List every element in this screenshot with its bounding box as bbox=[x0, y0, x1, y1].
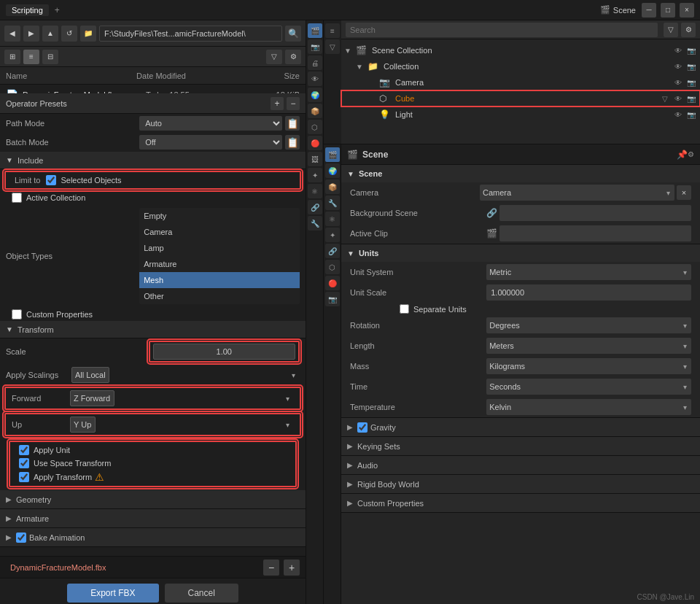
camera-prop-select[interactable]: Camera bbox=[480, 185, 674, 201]
outliner-filter-btn[interactable]: ▽ bbox=[325, 39, 340, 54]
separate-units-label[interactable]: Separate Units bbox=[413, 305, 467, 314]
time-select[interactable]: Seconds bbox=[486, 379, 691, 395]
light-render-btn[interactable]: 📷 bbox=[685, 109, 697, 120]
audio-row[interactable]: ▶ Audio bbox=[341, 456, 700, 475]
up-select[interactable]: Y Up bbox=[70, 417, 96, 433]
props-phys-btn[interactable]: ⚛ bbox=[325, 212, 340, 226]
search-btn[interactable]: 🔍 bbox=[285, 26, 301, 42]
apply-unit-checkbox[interactable] bbox=[19, 445, 29, 455]
camera-render-btn[interactable]: 📷 bbox=[685, 77, 697, 88]
cancel-btn[interactable]: Cancel bbox=[165, 584, 238, 603]
cube-item[interactable]: ▶ ⬡ Cube ▽ 👁 📷 bbox=[341, 90, 700, 107]
strip-phys-btn[interactable]: ⚛ bbox=[308, 184, 322, 198]
strip-render-btn[interactable]: 📷 bbox=[308, 39, 322, 54]
add-btn[interactable]: + bbox=[284, 560, 300, 576]
bg-scene-input[interactable] bbox=[499, 205, 691, 221]
nav-refresh-btn[interactable]: ↺ bbox=[61, 26, 77, 42]
props-scene-btn[interactable]: 🎬 bbox=[325, 147, 340, 162]
outliner-settings-btn[interactable]: ⚙ bbox=[681, 23, 696, 37]
remove-btn[interactable]: − bbox=[263, 560, 279, 576]
forward-select[interactable]: Z Forward bbox=[70, 390, 114, 406]
temperature-select[interactable]: Kelvin bbox=[486, 399, 691, 415]
scale-input[interactable] bbox=[153, 344, 296, 360]
scene-vis-btn[interactable]: 👁 bbox=[672, 44, 684, 56]
apply-unit-label[interactable]: Apply Unit bbox=[34, 446, 70, 454]
bake-animation-row[interactable]: ▶ Bake Animation bbox=[0, 528, 306, 547]
apply-transform-checkbox[interactable] bbox=[19, 472, 29, 482]
type-camera[interactable]: Camera bbox=[139, 224, 300, 240]
batch-mode-btn[interactable]: 📋 bbox=[285, 135, 300, 150]
custom-props-section-row[interactable]: ▶ Custom Properties bbox=[341, 494, 700, 513]
props-mod-btn[interactable]: 🔧 bbox=[325, 195, 340, 210]
strip-view-btn[interactable]: 👁 bbox=[308, 71, 322, 86]
apply-scalings-select[interactable]: All Local bbox=[71, 367, 109, 383]
props-const-btn[interactable]: 🔗 bbox=[325, 244, 340, 258]
path-input[interactable] bbox=[99, 26, 282, 42]
strip-constraint-btn[interactable]: 🔗 bbox=[308, 200, 322, 214]
length-select[interactable]: Meters bbox=[486, 338, 691, 354]
view-list-btn[interactable]: ≡ bbox=[23, 50, 39, 64]
gravity-row[interactable]: ▶ Gravity bbox=[341, 418, 700, 437]
strip-modifier-btn[interactable]: 🔧 bbox=[308, 216, 322, 231]
props-data-btn[interactable]: ⬡ bbox=[325, 260, 340, 274]
strip-scene-btn[interactable]: 🎬 bbox=[308, 23, 322, 38]
props-render-btn[interactable]: 📷 bbox=[325, 292, 340, 306]
transform-section-header[interactable]: ▼ Transform bbox=[0, 321, 306, 338]
props-settings-btn[interactable]: ⚙ bbox=[688, 150, 694, 158]
cube-render-btn[interactable]: 📷 bbox=[685, 93, 697, 104]
filename-input[interactable] bbox=[6, 562, 259, 573]
rotation-select[interactable]: Degrees bbox=[486, 317, 691, 333]
collection-item[interactable]: ▼ 📁 Collection 👁 📷 bbox=[341, 58, 700, 74]
scene-subsection-header[interactable]: ▼ Scene bbox=[341, 165, 700, 182]
cube-vis-btn[interactable]: 👁 bbox=[672, 93, 684, 104]
pin-icon[interactable]: 📌 bbox=[677, 150, 688, 160]
collection-render-btn[interactable]: 📷 bbox=[685, 61, 697, 72]
strip-mat-btn[interactable]: 🔴 bbox=[308, 136, 322, 150]
separate-units-checkbox[interactable] bbox=[400, 304, 409, 314]
nav-forward-btn[interactable]: ▶ bbox=[23, 26, 39, 42]
include-section-header[interactable]: ▼ Include bbox=[0, 152, 306, 169]
plus-tab-icon[interactable]: + bbox=[55, 5, 60, 15]
camera-clear-btn[interactable]: × bbox=[677, 185, 691, 200]
scene-collection-item[interactable]: ▼ 🎬 Scene Collection 👁 📷 bbox=[341, 42, 700, 58]
type-other[interactable]: Other bbox=[139, 288, 300, 304]
props-mat-btn[interactable]: 🔴 bbox=[325, 276, 340, 290]
minimize-btn[interactable]: ─ bbox=[642, 3, 656, 18]
settings-btn[interactable]: ⚙ bbox=[285, 50, 301, 64]
col-size-header[interactable]: Size bbox=[234, 71, 300, 80]
props-world-btn[interactable]: 🌍 bbox=[325, 163, 340, 178]
path-mode-btn[interactable]: 📋 bbox=[285, 116, 300, 131]
geometry-row[interactable]: ▶ Geometry bbox=[0, 490, 306, 509]
outliner-list-btn[interactable]: ≡ bbox=[325, 23, 340, 38]
light-item[interactable]: ▶ 💡 Light 👁 📷 bbox=[341, 107, 700, 123]
op-remove-btn[interactable]: − bbox=[287, 97, 300, 110]
strip-tex-btn[interactable]: 🖼 bbox=[308, 152, 322, 166]
nav-back-btn[interactable]: ◀ bbox=[4, 26, 20, 42]
apply-transform-label[interactable]: Apply Transform bbox=[34, 473, 92, 481]
view-col-btn[interactable]: ⊟ bbox=[42, 50, 58, 64]
outliner-search-input[interactable] bbox=[346, 23, 658, 37]
rigid-body-row[interactable]: ▶ Rigid Body World bbox=[341, 475, 700, 494]
type-mesh[interactable]: Mesh bbox=[139, 272, 300, 288]
bake-animation-label[interactable]: Bake Animation bbox=[29, 533, 85, 542]
path-mode-select[interactable]: Auto bbox=[139, 116, 282, 131]
strip-obj-btn[interactable]: 📦 bbox=[308, 104, 322, 118]
unit-scale-input[interactable] bbox=[486, 284, 691, 301]
bake-animation-checkbox[interactable] bbox=[16, 533, 26, 543]
batch-mode-select[interactable]: Off bbox=[139, 135, 282, 150]
filter-btn[interactable]: ▽ bbox=[266, 50, 282, 64]
scene-render-btn[interactable]: 📷 bbox=[685, 44, 697, 56]
custom-properties-checkbox[interactable] bbox=[12, 309, 22, 320]
active-collection-label[interactable]: Active Collection bbox=[26, 193, 85, 202]
mass-select[interactable]: Kilograms bbox=[486, 358, 691, 374]
active-clip-input[interactable] bbox=[499, 225, 691, 241]
nav-bookmark-btn[interactable]: 📁 bbox=[80, 26, 96, 42]
selected-objects-checkbox[interactable] bbox=[46, 175, 56, 185]
file-item[interactable]: 📄 DynamicFractureModel.fbx Today 13:55 1… bbox=[0, 85, 306, 93]
close-btn[interactable]: × bbox=[680, 3, 694, 18]
gravity-label[interactable]: Gravity bbox=[370, 423, 396, 432]
type-armature[interactable]: Armature bbox=[139, 256, 300, 272]
gravity-checkbox[interactable] bbox=[357, 422, 368, 433]
tab-scripting[interactable]: Scripting bbox=[6, 4, 49, 16]
col-name-header[interactable]: Name bbox=[6, 71, 136, 80]
